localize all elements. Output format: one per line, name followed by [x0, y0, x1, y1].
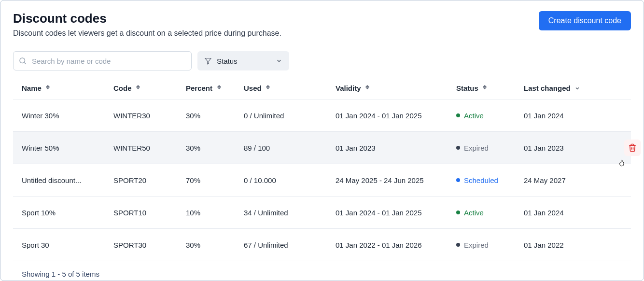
table-row[interactable]: Sport 30 SPORT30 30% 67 / Unlimited 01 J… — [13, 229, 631, 261]
cell-used: 89 / 100 — [244, 144, 336, 152]
cell-name: Winter 50% — [22, 144, 113, 152]
cell-status: Expired — [456, 241, 524, 249]
cell-status: Scheduled — [456, 176, 524, 184]
cell-used: 0 / 10.000 — [244, 176, 336, 184]
sort-icon — [482, 85, 488, 92]
cell-code: SPORT20 — [113, 176, 186, 184]
table-row[interactable]: Sport 10% SPORT10 10% 34 / Unlimited 01 … — [13, 197, 631, 229]
create-discount-button[interactable]: Create discount code — [539, 11, 631, 30]
search-input[interactable] — [13, 51, 192, 70]
sort-icon — [216, 85, 222, 92]
filter-icon — [204, 57, 212, 65]
col-status[interactable]: Status — [456, 84, 524, 92]
cell-actions — [606, 140, 641, 156]
cell-percent: 30% — [186, 112, 244, 120]
cell-actions — [606, 107, 641, 124]
discount-table: Name Code Percent Used Validity Status L… — [13, 84, 631, 261]
cell-percent: 30% — [186, 144, 244, 152]
cell-percent: 70% — [186, 176, 244, 184]
delete-button[interactable] — [624, 140, 641, 156]
svg-marker-2 — [205, 58, 211, 64]
cell-percent: 30% — [186, 241, 244, 249]
cell-name: Winter 30% — [22, 112, 113, 120]
sort-icon — [365, 85, 370, 92]
chevron-down-icon — [276, 57, 282, 64]
page-subtitle: Discount codes let viewers get a discoun… — [13, 29, 281, 38]
cell-actions — [606, 237, 641, 253]
table-row[interactable]: Untitled discount... SPORT20 70% 0 / 10.… — [13, 164, 631, 197]
search-icon — [18, 56, 27, 65]
status-dot-icon — [456, 243, 460, 247]
col-percent[interactable]: Percent — [186, 84, 244, 92]
status-dot-icon — [456, 178, 460, 182]
cell-validity: 01 Jan 2024 - 01 Jan 2025 — [336, 112, 456, 120]
table-footer: Showing 1 - 5 of 5 items — [13, 261, 631, 278]
cell-validity: 01 Jan 2022 - 01 Jan 2026 — [336, 241, 456, 249]
header-text: Discount codes Discount codes let viewer… — [13, 11, 281, 38]
svg-line-1 — [24, 63, 26, 64]
cell-code: SPORT30 — [113, 241, 186, 249]
col-code[interactable]: Code — [113, 84, 186, 92]
status-text: Expired — [464, 144, 489, 152]
cell-name: Sport 30 — [22, 241, 113, 249]
table-row[interactable]: Winter 30% WINTER30 30% 0 / Unlimited 01… — [13, 99, 631, 132]
sort-icon — [136, 85, 141, 92]
chevron-down-icon — [574, 85, 580, 91]
svg-point-0 — [20, 58, 25, 63]
status-filter-label: Status — [217, 57, 238, 65]
col-last-changed[interactable]: Last changed — [524, 84, 606, 92]
cell-actions — [606, 204, 641, 221]
col-validity[interactable]: Validity — [336, 84, 456, 92]
cell-code: SPORT10 — [113, 209, 186, 217]
trash-icon — [628, 143, 637, 152]
cell-percent: 10% — [186, 209, 244, 217]
cell-status: Active — [456, 112, 524, 120]
table-header: Name Code Percent Used Validity Status L… — [13, 84, 631, 99]
status-text: Scheduled — [464, 176, 498, 184]
cell-validity: 01 Jan 2024 - 01 Jan 2025 — [336, 209, 456, 217]
search-wrap — [13, 51, 192, 70]
cell-validity: 01 Jan 2023 — [336, 144, 456, 152]
status-text: Expired — [464, 241, 489, 249]
cell-status: Expired — [456, 144, 524, 152]
cell-last-changed: 24 May 2027 — [524, 176, 606, 184]
table-row[interactable]: Winter 50% WINTER50 30% 89 / 100 01 Jan … — [13, 132, 631, 164]
status-dot-icon — [456, 211, 460, 214]
sort-icon — [266, 85, 271, 92]
cell-name: Untitled discount... — [22, 176, 113, 184]
cell-status: Active — [456, 209, 524, 217]
cell-actions — [606, 172, 641, 188]
page-title: Discount codes — [13, 11, 281, 26]
cell-last-changed: 01 Jan 2023 — [524, 144, 606, 152]
cell-used: 34 / Unlimited — [244, 209, 336, 217]
cell-code: WINTER50 — [113, 144, 186, 152]
cell-used: 67 / Unlimited — [244, 241, 336, 249]
cell-validity: 24 May 2025 - 24 Jun 2025 — [336, 176, 456, 184]
table-body: Winter 30% WINTER30 30% 0 / Unlimited 01… — [13, 99, 631, 261]
status-dot-icon — [456, 146, 460, 150]
header-row: Discount codes Discount codes let viewer… — [13, 11, 631, 38]
cell-name: Sport 10% — [22, 209, 113, 217]
status-dot-icon — [456, 113, 460, 117]
cell-last-changed: 01 Jan 2024 — [524, 112, 606, 120]
cell-code: WINTER30 — [113, 112, 186, 120]
col-used[interactable]: Used — [244, 84, 336, 92]
status-text: Active — [464, 112, 484, 120]
cell-used: 0 / Unlimited — [244, 112, 336, 120]
status-text: Active — [464, 209, 484, 217]
status-filter-button[interactable]: Status — [197, 51, 289, 70]
page-container: Discount codes Discount codes let viewer… — [0, 0, 644, 281]
sort-icon — [45, 85, 51, 92]
cell-last-changed: 01 Jan 2022 — [524, 241, 606, 249]
filters-row: Status — [13, 51, 631, 70]
col-name[interactable]: Name — [22, 84, 113, 92]
cell-last-changed: 01 Jan 2024 — [524, 209, 606, 217]
